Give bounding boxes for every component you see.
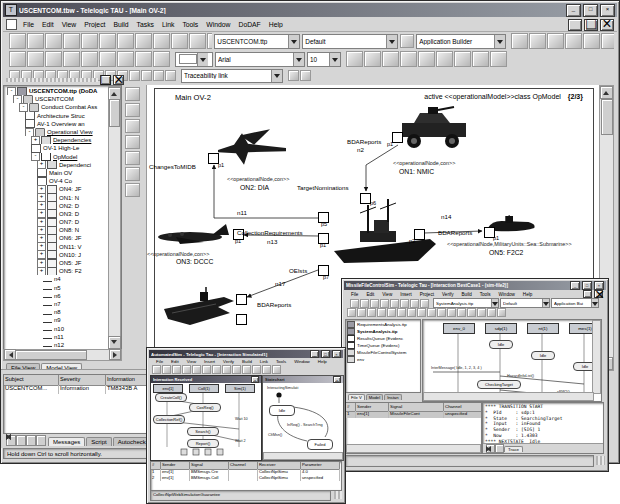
tree-item-opmodel[interactable]: -OpModel <box>5 153 109 161</box>
back-icon[interactable] <box>487 308 496 317</box>
builder-combo[interactable]: Application Builder <box>416 34 506 49</box>
tree-item-av-1-overview-an[interactable]: AV-1 Overview an <box>5 120 109 128</box>
menu-tools[interactable]: Tools <box>178 21 202 28</box>
title-bar[interactable]: T USCENTCOM.tbw - Telelogic TAU - [Main … <box>3 3 617 17</box>
menu-tools[interactable]: Tools <box>272 359 290 364</box>
tab-scroll-last[interactable] <box>36 435 46 446</box>
add-class-icon[interactable] <box>529 33 546 49</box>
carrier-node[interactable] <box>160 287 238 333</box>
sequence-bubble[interactable]: CosReq() <box>189 403 221 412</box>
minimize-button[interactable] <box>566 4 581 17</box>
table-row[interactable]: 1env[1]MissileFileContunspecified <box>346 411 481 418</box>
menu-help[interactable]: Help <box>519 292 536 297</box>
project-combo[interactable]: SystemAnalysis.ttp <box>433 298 499 308</box>
cut-icon[interactable] <box>390 299 399 308</box>
child-title-bar[interactable]: Statechart <box>263 376 343 383</box>
record-icon[interactable] <box>153 70 164 81</box>
scroll-up-arrow[interactable] <box>600 86 613 99</box>
menu-file[interactable]: File <box>152 359 167 364</box>
seq-vertical-scrollbar[interactable] <box>592 320 601 394</box>
mdi-restore-button[interactable] <box>584 19 598 31</box>
add-attribute-icon[interactable] <box>547 33 564 49</box>
group-icon[interactable] <box>436 51 453 67</box>
minimize-button[interactable] <box>570 281 580 290</box>
tree-item-on11-v[interactable]: +ON11: V <box>5 243 109 251</box>
sim-tree-item[interactable]: TimeQueue (Evidenc) <box>347 342 419 349</box>
move-up-icon[interactable] <box>472 51 489 67</box>
maximize-button[interactable] <box>583 4 598 17</box>
tree-item-ov-1-high-le[interactable]: OV-1 High-Le <box>5 144 109 152</box>
tree-item-ov-4-co[interactable]: OV-4 Co <box>5 177 109 185</box>
tree-item-on7-d[interactable]: +ON7: D <box>5 218 109 226</box>
tree-item-main-ov[interactable]: Main OV <box>5 169 109 177</box>
chevron-down-icon[interactable] <box>491 299 498 307</box>
condition-bubble[interactable]: CheckingTarget <box>477 380 521 389</box>
queue-icon[interactable] <box>447 308 456 317</box>
down-icon[interactable] <box>477 308 486 317</box>
on3-dccc-node[interactable] <box>152 221 236 249</box>
tree-item-dependenci[interactable]: +Dependenci <box>5 161 109 169</box>
tree-expander[interactable]: + <box>37 202 46 210</box>
builder-icon[interactable] <box>400 34 414 48</box>
configuration-combo[interactable]: Default <box>302 34 398 49</box>
condition-bubble[interactable]: Idle <box>531 351 555 360</box>
panel-pin-button[interactable] <box>100 75 111 85</box>
menu-tasks[interactable]: Tasks <box>133 21 158 28</box>
tree-expander[interactable]: - <box>13 95 22 103</box>
tree-item-uscentcom[interactable]: -USCENTCOM <box>5 95 109 103</box>
delete-element-icon[interactable] <box>583 33 600 49</box>
tree-expander[interactable]: + <box>37 234 46 242</box>
tree-item-on4-jf[interactable]: +ON4: JF <box>5 185 109 193</box>
menu-link[interactable]: Link <box>256 359 272 364</box>
sim-tree-item[interactable]: RequirementsAnalysis.ttp <box>347 321 419 328</box>
menu-file[interactable]: File <box>347 292 362 297</box>
menu-view[interactable]: View <box>183 359 200 364</box>
menu-dodaf[interactable]: DoDAF <box>234 21 264 28</box>
node-tool-icon[interactable] <box>125 119 140 133</box>
restart-icon[interactable] <box>387 308 396 317</box>
port-tool-icon[interactable] <box>125 135 140 149</box>
navigate-prev-icon[interactable] <box>601 33 614 49</box>
timer-icon[interactable] <box>437 308 446 317</box>
panel-grip[interactable] <box>6 78 98 82</box>
tree-expander[interactable]: + <box>37 193 46 201</box>
tree-item-n5[interactable]: n5 <box>5 284 109 292</box>
delete-icon[interactable] <box>420 299 429 308</box>
forward-icon[interactable] <box>497 308 506 317</box>
resize-grip[interactable] <box>334 491 342 499</box>
minimize-button[interactable] <box>310 350 319 358</box>
chevron-down-icon[interactable] <box>197 53 208 66</box>
maximize-button[interactable] <box>321 350 330 358</box>
zoom-icon[interactable] <box>45 51 62 67</box>
statechart-child-window[interactable]: Statechart InteractingSimulati IdleFaile… <box>262 375 344 461</box>
tree-expander[interactable]: + <box>37 243 46 251</box>
sim-tree-item[interactable]: env <box>347 356 419 363</box>
open-icon[interactable] <box>27 33 44 49</box>
tree-item-n6[interactable]: n6 <box>5 292 109 300</box>
redo-icon[interactable] <box>171 33 188 49</box>
new-icon[interactable] <box>350 299 359 308</box>
on1-nmic-node[interactable] <box>394 105 474 151</box>
tab-messages[interactable]: Messages <box>48 437 85 446</box>
add-diagram-icon[interactable] <box>511 33 528 49</box>
run-icon[interactable] <box>347 308 356 317</box>
maximize-button[interactable] <box>582 281 592 290</box>
align-right-icon[interactable] <box>117 51 134 67</box>
table-horizontal-scrollbar[interactable] <box>346 444 481 453</box>
tree-item-on5-jf[interactable]: +ON5: JF <box>5 259 109 267</box>
tree-item-on10-j[interactable]: +ON10: J <box>5 251 109 259</box>
undo-icon[interactable] <box>212 365 221 374</box>
chevron-down-icon[interactable] <box>288 35 299 48</box>
line-icon[interactable] <box>418 51 435 67</box>
font-size-combo[interactable]: 10 <box>307 52 341 67</box>
link-tool-icon[interactable] <box>125 151 140 165</box>
sequence-bubble[interactable]: CollectionRef() <box>153 415 185 424</box>
condition-bubble[interactable]: Idle <box>489 340 513 349</box>
tree-item-operational-view[interactable]: -Operational View <box>5 128 109 136</box>
port-p2[interactable] <box>414 229 425 240</box>
chevron-down-icon[interactable] <box>494 35 505 48</box>
tree-expander[interactable]: - <box>31 153 40 161</box>
zoom-tool-icon[interactable] <box>125 103 140 117</box>
sequence-bubble[interactable]: Search() <box>187 427 219 436</box>
save-icon[interactable] <box>172 365 181 374</box>
